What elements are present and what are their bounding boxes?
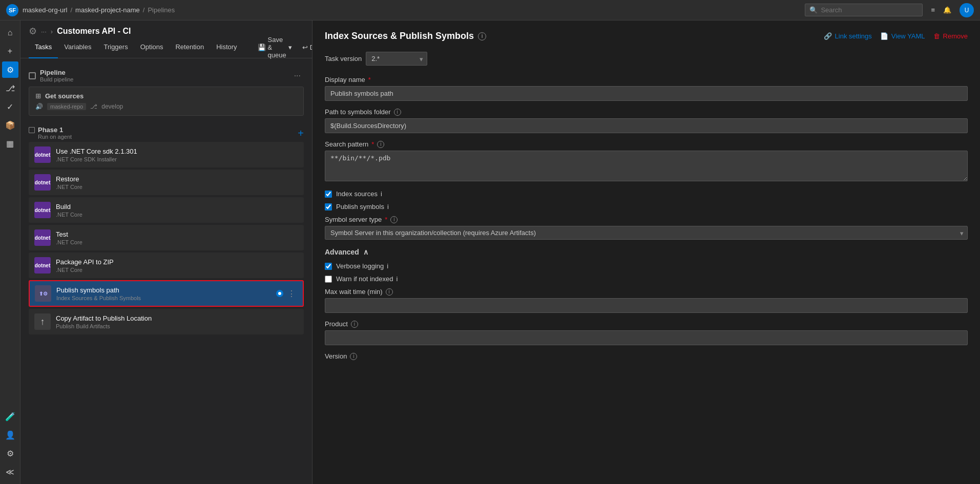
verbose-logging-info-icon[interactable]: i — [387, 262, 388, 270]
search-pattern-info-icon[interactable]: i — [377, 141, 384, 148]
tab-variables[interactable]: Variables — [58, 37, 97, 58]
sidebar-icon-boards[interactable]: ▦ — [2, 135, 18, 152]
search-box[interactable]: 🔍 — [805, 4, 923, 16]
task-version-select-wrapper: 2.* ▾ — [366, 52, 427, 66]
max-wait-time-info-icon[interactable]: i — [386, 288, 393, 296]
task-name: Publish symbols path — [56, 286, 271, 294]
title-info-icon[interactable]: i — [478, 32, 486, 40]
right-panel-header: Index Sources & Publish Symbols i 🔗 Link… — [325, 31, 968, 41]
task-info: Package API to ZIP .NET Core — [56, 258, 298, 273]
view-yaml-button[interactable]: 📄 View YAML — [880, 32, 925, 40]
discard-button[interactable]: ↩ Discard — [298, 41, 312, 53]
index-sources-label: Index sources i — [336, 190, 382, 198]
task-item[interactable]: dotnet Use .NET Core sdk 2.1.301 .NET Co… — [29, 142, 304, 167]
task-name: Build — [56, 203, 298, 211]
sidebar-icon-repos[interactable]: ⎇ — [2, 80, 18, 96]
publish-symbols-info-icon[interactable]: i — [387, 203, 389, 211]
version-label: Version i — [325, 352, 968, 360]
sidebar-icon-home[interactable]: ⌂ — [2, 25, 18, 41]
warn-not-indexed-info-icon[interactable]: i — [397, 275, 398, 283]
product-row: Product i — [325, 320, 968, 345]
verbose-logging-checkbox[interactable] — [325, 263, 332, 270]
task-item[interactable]: ↑ Copy Artifact to Publish Location Publ… — [29, 309, 304, 334]
task-info: Publish symbols path Index Sources & Pub… — [56, 286, 271, 301]
page-title: Customers API - CI — [57, 27, 131, 36]
tab-history[interactable]: History — [210, 37, 243, 58]
pipeline-more-button[interactable]: ··· — [291, 70, 304, 81]
sidebar-icon-plus[interactable]: + — [2, 43, 18, 59]
task-item[interactable]: dotnet Build .NET Core — [29, 197, 304, 223]
task-icon-dotnet: dotnet — [34, 174, 51, 191]
search-pattern-required: * — [371, 140, 374, 148]
task-actions: ⋮ — [276, 289, 298, 299]
list-icon[interactable]: ≡ — [931, 6, 935, 14]
right-panel-actions: 🔗 Link settings 📄 View YAML 🗑 Remove — [824, 32, 968, 40]
task-item[interactable]: dotnet Package API to ZIP .NET Core — [29, 252, 304, 278]
display-name-input[interactable] — [325, 86, 968, 101]
task-more-button[interactable]: ⋮ — [285, 289, 298, 299]
search-pattern-textarea[interactable] — [325, 151, 968, 181]
version-info-icon[interactable]: i — [350, 353, 357, 360]
index-sources-checkbox[interactable] — [325, 191, 332, 198]
search-input[interactable] — [821, 6, 918, 14]
breadcrumb-project[interactable]: masked-project-name — [75, 6, 140, 14]
task-subtitle: .NET Core — [56, 212, 298, 218]
sidebar-icon-expand[interactable]: ≪ — [2, 464, 18, 480]
task-item-publish-symbols[interactable]: ⬆⚙ Publish symbols path Index Sources & … — [29, 280, 304, 307]
symbol-server-label: Symbol server type * i — [325, 216, 968, 223]
symbol-server-info-icon[interactable]: i — [390, 216, 398, 223]
symbol-server-select-wrapper: Symbol Server in this organization/colle… — [325, 226, 968, 240]
task-version-select[interactable]: 2.* — [366, 52, 427, 66]
symbol-server-required: * — [385, 216, 387, 223]
tab-triggers[interactable]: Triggers — [97, 37, 134, 58]
path-symbols-info-icon[interactable]: i — [394, 109, 401, 116]
sidebar-icon-person[interactable]: 👤 — [2, 427, 18, 443]
path-symbols-label: Path to symbols folder i — [325, 108, 968, 116]
task-list: dotnet Use .NET Core sdk 2.1.301 .NET Co… — [29, 142, 304, 334]
save-queue-button[interactable]: 💾 Save & queue ▾ — [254, 34, 296, 61]
remove-button[interactable]: 🗑 Remove — [933, 32, 968, 40]
warn-not-indexed-row: Warn if not indexed i — [325, 275, 968, 283]
task-subtitle: .NET Core SDK Installer — [56, 156, 298, 162]
sidebar-icon-artifacts[interactable]: 📦 — [2, 117, 18, 133]
task-subtitle: Index Sources & Publish Symbols — [56, 295, 271, 301]
link-settings-button[interactable]: 🔗 Link settings — [824, 32, 872, 40]
max-wait-time-row: Max wait time (min) i — [325, 288, 968, 313]
breadcrumb-org[interactable]: masked-org-url — [23, 6, 67, 14]
pipeline-content: Pipeline Build pipeline ··· ⊞ Get source… — [20, 58, 312, 484]
tab-retention[interactable]: Retention — [169, 37, 210, 58]
advanced-toggle[interactable]: Advanced ∧ — [325, 248, 968, 256]
max-wait-time-input[interactable] — [325, 298, 968, 313]
sidebar-icon-testplans[interactable]: ✓ — [2, 98, 18, 115]
index-sources-info-icon[interactable]: i — [381, 190, 382, 198]
task-subtitle: Publish Build Artifacts — [56, 323, 298, 329]
task-item[interactable]: dotnet Restore .NET Core — [29, 170, 304, 195]
tab-tasks[interactable]: Tasks — [29, 37, 58, 58]
symbol-server-select[interactable]: Symbol Server in this organization/colle… — [325, 226, 968, 240]
sidebar-icon-settings[interactable]: ⚙ — [2, 445, 18, 461]
task-info: Copy Artifact to Publish Location Publis… — [56, 314, 298, 329]
task-subtitle: .NET Core — [56, 267, 298, 273]
sidebar-icon-flask[interactable]: 🧪 — [2, 408, 18, 425]
pipeline-breadcrumb-sep2: › — [51, 28, 53, 35]
task-name: Package API to ZIP — [56, 258, 298, 266]
tab-options[interactable]: Options — [134, 37, 170, 58]
phase-add-button[interactable]: + — [298, 128, 304, 138]
product-input[interactable] — [325, 330, 968, 345]
pipeline-section-header: Pipeline Build pipeline ··· — [29, 65, 304, 87]
version-row: Version i — [325, 352, 968, 360]
product-info-icon[interactable]: i — [351, 321, 358, 328]
path-symbols-input[interactable] — [325, 118, 968, 133]
pipeline-subtitle: Build pipeline — [40, 76, 73, 82]
notifications-icon[interactable]: 🔔 — [943, 6, 951, 14]
pipeline-name: Pipeline — [40, 69, 73, 76]
org-logo: SF — [6, 4, 18, 16]
volume-icon: 🔊 — [35, 103, 43, 110]
pipeline-breadcrumb-icon: ⚙ — [29, 26, 37, 37]
warn-not-indexed-checkbox[interactable] — [325, 276, 332, 283]
publish-symbols-checkbox[interactable] — [325, 203, 332, 211]
sidebar-icon-pipelines[interactable]: ⚙ — [2, 61, 18, 78]
avatar[interactable]: U — [960, 3, 974, 17]
task-icon-dotnet: dotnet — [34, 229, 51, 246]
task-item[interactable]: dotnet Test .NET Core — [29, 225, 304, 250]
